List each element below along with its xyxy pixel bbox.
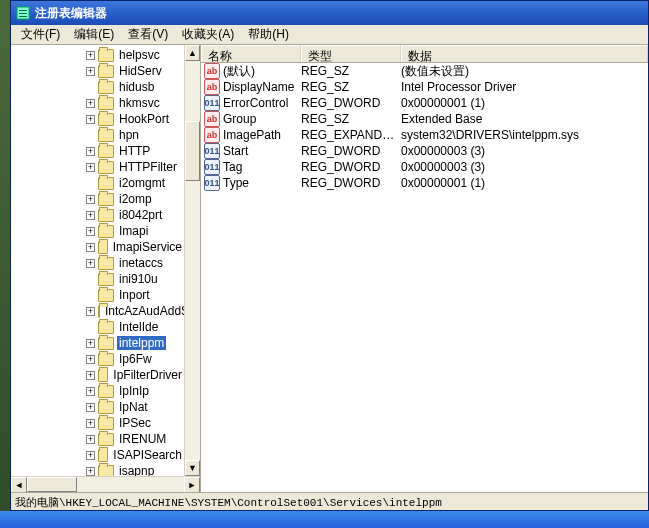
list-row[interactable]: 011TagREG_DWORD0x00000003 (3) — [201, 159, 648, 175]
tree-item[interactable]: +IntcAzAudAddService — [13, 303, 184, 319]
list-row[interactable]: 011ErrorControlREG_DWORD0x00000001 (1) — [201, 95, 648, 111]
expand-icon[interactable]: + — [86, 195, 95, 204]
tree-item[interactable]: +helpsvc — [13, 47, 184, 63]
tree-item[interactable]: +IRENUM — [13, 431, 184, 447]
value-data: 0x00000001 (1) — [401, 96, 648, 110]
expand-icon[interactable]: + — [86, 99, 95, 108]
string-value-icon: ab — [204, 111, 220, 127]
list-header: 名称 类型 数据 — [201, 45, 648, 63]
list-body[interactable]: ab(默认)REG_SZ(数值未设置)abDisplayNameREG_SZIn… — [201, 63, 648, 492]
scroll-up-button[interactable]: ▲ — [185, 45, 200, 61]
expand-icon[interactable]: + — [86, 419, 95, 428]
tree-item-label: ImapiService — [111, 240, 184, 254]
tree[interactable]: +helpsvc+HidServhidusb+hkmsvc+HookPorthp… — [11, 45, 184, 476]
value-type: REG_DWORD — [301, 160, 401, 174]
titlebar[interactable]: 注册表编辑器 — [11, 1, 648, 25]
expand-icon[interactable]: + — [86, 259, 95, 268]
tree-item[interactable]: +i8042prt — [13, 207, 184, 223]
tree-item[interactable]: +IpFilterDriver — [13, 367, 184, 383]
string-value-icon: ab — [204, 79, 220, 95]
tree-horizontal-scrollbar[interactable]: ◄ ► — [11, 476, 200, 492]
expand-icon[interactable]: + — [86, 51, 95, 60]
menu-edit[interactable]: 编辑(E) — [68, 24, 120, 45]
value-type: REG_SZ — [301, 112, 401, 126]
expand-icon[interactable]: + — [86, 227, 95, 236]
scroll-thumb-h[interactable] — [27, 477, 77, 492]
menu-file[interactable]: 文件(F) — [15, 24, 66, 45]
expand-icon[interactable]: + — [86, 307, 95, 316]
tree-item-label: ini910u — [117, 272, 160, 286]
tree-item[interactable]: +hkmsvc — [13, 95, 184, 111]
list-row[interactable]: ab(默认)REG_SZ(数值未设置) — [201, 63, 648, 79]
value-data: Extended Base — [401, 112, 648, 126]
expand-icon[interactable]: + — [86, 403, 95, 412]
tree-item[interactable]: +i2omp — [13, 191, 184, 207]
expand-icon[interactable]: + — [86, 115, 95, 124]
expand-icon[interactable]: + — [86, 67, 95, 76]
list-pane: 名称 类型 数据 ab(默认)REG_SZ(数值未设置)abDisplayNam… — [201, 45, 648, 492]
col-data[interactable]: 数据 — [401, 45, 648, 62]
tree-item[interactable]: +IpInIp — [13, 383, 184, 399]
expand-icon[interactable]: + — [86, 163, 95, 172]
tree-item-label: hidusb — [117, 80, 156, 94]
scroll-left-button[interactable]: ◄ — [11, 477, 27, 492]
list-row[interactable]: 011TypeREG_DWORD0x00000001 (1) — [201, 175, 648, 191]
col-type[interactable]: 类型 — [301, 45, 401, 62]
taskbar[interactable] — [0, 511, 649, 528]
expand-icon[interactable]: + — [86, 387, 95, 396]
tree-item[interactable]: +IPSec — [13, 415, 184, 431]
tree-item[interactable]: +isapnp — [13, 463, 184, 476]
value-data: (数值未设置) — [401, 63, 648, 80]
tree-item[interactable]: i2omgmt — [13, 175, 184, 191]
scroll-thumb[interactable] — [185, 121, 200, 181]
expand-icon[interactable]: + — [86, 211, 95, 220]
scroll-track[interactable] — [185, 61, 200, 460]
tree-item[interactable]: +intelppm — [13, 335, 184, 351]
status-path: 我的电脑\HKEY_LOCAL_MACHINE\SYSTEM\ControlSe… — [15, 497, 442, 509]
folder-icon — [98, 129, 114, 142]
tree-vertical-scrollbar[interactable]: ▲ ▼ — [184, 45, 200, 476]
value-name: (默认) — [223, 63, 301, 80]
value-type: REG_SZ — [301, 64, 401, 78]
tree-item[interactable]: hpn — [13, 127, 184, 143]
expand-icon[interactable]: + — [86, 435, 95, 444]
menu-favorites[interactable]: 收藏夹(A) — [176, 24, 240, 45]
tree-item[interactable]: +Ip6Fw — [13, 351, 184, 367]
expand-icon[interactable]: + — [86, 147, 95, 156]
tree-item[interactable]: +HTTPFilter — [13, 159, 184, 175]
tree-item[interactable]: +HidServ — [13, 63, 184, 79]
scroll-right-button[interactable]: ► — [184, 477, 200, 492]
expand-icon[interactable]: + — [86, 371, 95, 380]
expand-icon[interactable]: + — [86, 355, 95, 364]
tree-item[interactable]: +HTTP — [13, 143, 184, 159]
tree-item[interactable]: IntelIde — [13, 319, 184, 335]
tree-item-label: i2omgmt — [117, 176, 167, 190]
tree-item[interactable]: +ISAPISearch — [13, 447, 184, 463]
string-value-icon: ab — [204, 127, 220, 143]
list-row[interactable]: abGroupREG_SZExtended Base — [201, 111, 648, 127]
list-row[interactable]: abDisplayNameREG_SZIntel Processor Drive… — [201, 79, 648, 95]
tree-item[interactable]: +inetaccs — [13, 255, 184, 271]
value-type: REG_DWORD — [301, 96, 401, 110]
expand-icon[interactable]: + — [86, 467, 95, 476]
tree-item[interactable]: Inport — [13, 287, 184, 303]
col-name[interactable]: 名称 — [201, 45, 301, 62]
tree-item[interactable]: +IpNat — [13, 399, 184, 415]
menu-help[interactable]: 帮助(H) — [242, 24, 295, 45]
expand-icon[interactable]: + — [86, 243, 95, 252]
menu-view[interactable]: 查看(V) — [122, 24, 174, 45]
scroll-track-h[interactable] — [27, 477, 184, 492]
tree-item[interactable]: +Imapi — [13, 223, 184, 239]
scroll-down-button[interactable]: ▼ — [185, 460, 200, 476]
tree-item[interactable]: +HookPort — [13, 111, 184, 127]
list-row[interactable]: abImagePathREG_EXPAND_SZsystem32\DRIVERS… — [201, 127, 648, 143]
list-row[interactable]: 011StartREG_DWORD0x00000003 (3) — [201, 143, 648, 159]
value-name: Group — [223, 112, 301, 126]
menubar: 文件(F) 编辑(E) 查看(V) 收藏夹(A) 帮助(H) — [11, 25, 648, 45]
expand-icon[interactable]: + — [86, 339, 95, 348]
tree-item[interactable]: ini910u — [13, 271, 184, 287]
tree-item[interactable]: +ImapiService — [13, 239, 184, 255]
tree-item-label: HTTP — [117, 144, 152, 158]
tree-item[interactable]: hidusb — [13, 79, 184, 95]
expand-icon[interactable]: + — [86, 451, 95, 460]
